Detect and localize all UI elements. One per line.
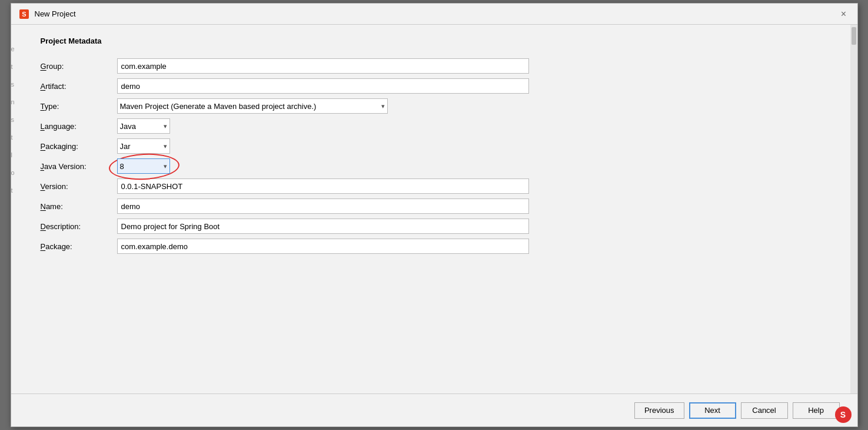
- type-select-wrapper: Maven Project (Generate a Maven based pr…: [117, 98, 388, 114]
- artifact-value-cell: [117, 76, 840, 96]
- artifact-label-text: Artifact:: [41, 82, 66, 91]
- group-input[interactable]: [117, 58, 529, 74]
- artifact-input[interactable]: [117, 78, 529, 94]
- packaging-label-text: Packaging:: [41, 142, 78, 151]
- description-label-text: Description:: [41, 222, 81, 231]
- type-label-text: Type:: [41, 102, 59, 111]
- language-label-text: Language:: [41, 122, 77, 131]
- language-row: Language: Java Kotlin Groovy: [41, 116, 840, 136]
- language-select[interactable]: Java Kotlin Groovy: [117, 118, 170, 134]
- dialog-footer: Previous Next Cancel Help S: [11, 393, 857, 426]
- version-input[interactable]: [117, 178, 529, 194]
- next-button[interactable]: Next: [689, 402, 736, 419]
- scrollbar[interactable]: [850, 25, 857, 393]
- packaging-select-wrapper: Jar War: [117, 138, 170, 154]
- description-label: Description:: [41, 216, 117, 236]
- artifact-label: Artifact:: [41, 76, 117, 96]
- type-row: Type: Maven Project (Generate a Maven ba…: [41, 96, 840, 116]
- edge-char-7: l: [11, 151, 22, 158]
- title-bar: S New Project ×: [11, 4, 857, 25]
- name-row: Name:: [41, 196, 840, 216]
- type-label: Type:: [41, 96, 117, 116]
- packaging-row: Packaging: Jar War: [41, 136, 840, 156]
- packaging-value-cell: Jar War: [117, 136, 840, 156]
- language-select-wrapper: Java Kotlin Groovy: [117, 118, 170, 134]
- edge-char-9: t: [11, 187, 22, 194]
- java-version-label-text: Java Version:: [41, 162, 87, 171]
- package-label: Package:: [41, 236, 117, 256]
- type-select[interactable]: Maven Project (Generate a Maven based pr…: [117, 98, 388, 114]
- cancel-button[interactable]: Cancel: [741, 402, 788, 419]
- edge-char-5: s: [11, 116, 22, 123]
- version-label: Version:: [41, 176, 117, 196]
- version-row: Version:: [41, 176, 840, 196]
- close-button[interactable]: ×: [837, 8, 850, 21]
- group-row: Group:: [41, 56, 840, 76]
- main-content: Project Metadata Group: Artifact:: [29, 37, 840, 388]
- group-value-cell: [117, 56, 840, 76]
- version-value-cell: [117, 176, 840, 196]
- java-version-wrapper: 8 11 17: [117, 158, 170, 174]
- dialog-body: Project Metadata Group: Artifact:: [11, 25, 857, 393]
- description-row: Description:: [41, 216, 840, 236]
- app-icon: S: [18, 8, 30, 20]
- description-input[interactable]: [117, 219, 529, 234]
- artifact-row: Artifact:: [41, 76, 840, 96]
- type-value-cell: Maven Project (Generate a Maven based pr…: [117, 96, 840, 116]
- left-edge: e t s n s t l o t: [11, 25, 22, 194]
- java-version-label: Java Version:: [41, 156, 117, 176]
- package-input[interactable]: [117, 239, 529, 254]
- edge-char-3: s: [11, 81, 22, 88]
- edge-char-4: n: [11, 98, 22, 105]
- form-table: Group: Artifact:: [41, 56, 840, 256]
- scrollbar-thumb[interactable]: [852, 27, 856, 45]
- help-button[interactable]: Help: [793, 402, 840, 419]
- window-title: New Project: [35, 9, 76, 18]
- group-label-text: Group:: [41, 62, 64, 71]
- previous-button[interactable]: Previous: [634, 402, 684, 419]
- java-version-value-cell: 8 11 17: [117, 156, 840, 176]
- package-value-cell: [117, 236, 840, 256]
- edge-char-8: o: [11, 169, 22, 176]
- package-row: Package:: [41, 236, 840, 256]
- group-label: Group:: [41, 56, 117, 76]
- packaging-select[interactable]: Jar War: [117, 138, 170, 154]
- java-version-row: Java Version: 8 11 17: [41, 156, 840, 176]
- version-label-text: Version:: [41, 182, 68, 191]
- title-bar-left: S New Project: [18, 8, 76, 20]
- svg-text:S: S: [22, 11, 26, 18]
- name-value-cell: [117, 196, 840, 216]
- name-input[interactable]: [117, 199, 529, 214]
- language-label: Language:: [41, 116, 117, 136]
- new-project-dialog: S New Project × e t s n s t l o t Projec…: [11, 3, 858, 427]
- description-value-cell: [117, 216, 840, 236]
- name-label-text: Name:: [41, 202, 63, 211]
- name-label: Name:: [41, 196, 117, 216]
- bottom-logo-icon: S: [835, 406, 852, 423]
- edge-char-2: t: [11, 63, 22, 70]
- section-title: Project Metadata: [41, 37, 840, 45]
- language-value-cell: Java Kotlin Groovy: [117, 116, 840, 136]
- package-label-text: Package:: [41, 242, 72, 251]
- edge-char-6: t: [11, 134, 22, 141]
- java-version-select[interactable]: 8 11 17: [117, 158, 170, 174]
- packaging-label: Packaging:: [41, 136, 117, 156]
- edge-char-1: e: [11, 45, 22, 52]
- java-version-select-wrapper: 8 11 17: [117, 158, 170, 174]
